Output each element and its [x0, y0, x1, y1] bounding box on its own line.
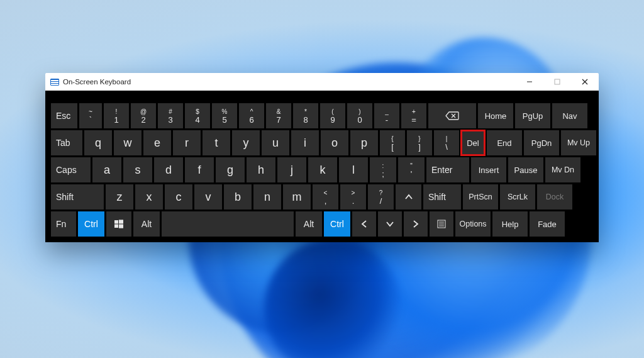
- key-comma[interactable]: <,: [313, 184, 338, 210]
- key-backspace[interactable]: [428, 103, 476, 128]
- key-l[interactable]: l: [339, 157, 368, 182]
- key-esc[interactable]: Esc: [51, 103, 77, 128]
- window-buttons: [516, 73, 599, 91]
- key-d[interactable]: d: [154, 157, 183, 182]
- key-help[interactable]: Help: [492, 211, 528, 237]
- key-period[interactable]: >.: [340, 184, 366, 210]
- key-w[interactable]: w: [114, 130, 142, 155]
- key-mv-up[interactable]: Mv Up: [561, 130, 596, 155]
- key-x[interactable]: x: [135, 184, 163, 210]
- key-right-ctrl[interactable]: Ctrl: [324, 211, 350, 237]
- key-end[interactable]: End: [487, 130, 522, 155]
- key-left-bracket[interactable]: {[: [380, 130, 405, 155]
- key-0[interactable]: )0: [347, 103, 372, 128]
- key-minus[interactable]: _-: [374, 103, 399, 128]
- key-h[interactable]: h: [247, 157, 275, 182]
- window-title: On-Screen Keyboard: [63, 78, 131, 86]
- key-del[interactable]: Del: [461, 130, 485, 155]
- key-e[interactable]: e: [143, 130, 171, 155]
- key-k[interactable]: k: [308, 157, 337, 182]
- key-2[interactable]: @2: [131, 103, 156, 128]
- key-pgup[interactable]: PgUp: [515, 103, 550, 128]
- key-left-alt[interactable]: Alt: [133, 211, 160, 237]
- key-fn[interactable]: Fn: [51, 211, 76, 237]
- key-context-menu[interactable]: [430, 211, 453, 237]
- key-8[interactable]: *8: [293, 103, 318, 128]
- key-v[interactable]: v: [194, 184, 222, 210]
- key-apostrophe[interactable]: "': [398, 157, 425, 182]
- key-1[interactable]: !1: [104, 103, 129, 128]
- key-right-shift[interactable]: Shift: [423, 184, 461, 210]
- chevron-up-icon: [404, 192, 414, 202]
- key-right-bracket[interactable]: }]: [407, 130, 432, 155]
- key-caps[interactable]: Caps: [51, 157, 91, 182]
- key-b[interactable]: b: [224, 184, 252, 210]
- key-nav[interactable]: Nav: [552, 103, 587, 128]
- key-arrow-up[interactable]: [396, 184, 421, 210]
- key-z[interactable]: z: [106, 184, 133, 210]
- key-fade[interactable]: Fade: [530, 211, 565, 237]
- key-g[interactable]: g: [216, 157, 245, 182]
- key-windows[interactable]: [106, 211, 131, 237]
- key-scrlk[interactable]: ScrLk: [500, 184, 535, 210]
- key-equals[interactable]: +=: [401, 103, 426, 128]
- windows-icon: [114, 220, 123, 228]
- key-y[interactable]: y: [232, 130, 260, 155]
- key-mv-dn[interactable]: Mv Dn: [545, 157, 580, 182]
- key-s[interactable]: s: [123, 157, 152, 182]
- key-dock[interactable]: Dock: [537, 184, 572, 210]
- key-arrow-left[interactable]: [352, 211, 376, 237]
- backspace-icon: [445, 111, 459, 120]
- key-options[interactable]: Options: [455, 211, 491, 237]
- key-arrow-right[interactable]: [404, 211, 428, 237]
- key-o[interactable]: o: [321, 130, 348, 155]
- key-prtscn[interactable]: PrtScn: [463, 184, 498, 210]
- key-enter[interactable]: Enter: [426, 157, 469, 182]
- key-r[interactable]: r: [173, 130, 201, 155]
- key-left-shift[interactable]: Shift: [51, 184, 104, 210]
- osk-window: On-Screen Keyboard Esc ~` !1 @2 #3 $4 %5…: [45, 73, 599, 242]
- minimize-button[interactable]: [516, 73, 543, 91]
- key-t[interactable]: t: [203, 130, 230, 155]
- menu-icon: [437, 220, 446, 228]
- maximize-button[interactable]: [543, 73, 571, 91]
- key-7[interactable]: &7: [266, 103, 291, 128]
- key-p[interactable]: p: [350, 130, 378, 155]
- key-semicolon[interactable]: :;: [370, 157, 396, 182]
- close-button[interactable]: [571, 73, 599, 91]
- key-u[interactable]: u: [262, 130, 289, 155]
- keyboard-app-icon: [50, 79, 59, 86]
- key-slash[interactable]: ?/: [368, 184, 394, 210]
- key-j[interactable]: j: [277, 157, 306, 182]
- key-5[interactable]: %5: [212, 103, 237, 128]
- svg-rect-7: [119, 220, 123, 223]
- key-arrow-down[interactable]: [378, 211, 402, 237]
- key-3[interactable]: #3: [158, 103, 183, 128]
- key-i[interactable]: i: [291, 130, 319, 155]
- key-6[interactable]: ^6: [239, 103, 264, 128]
- titlebar[interactable]: On-Screen Keyboard: [45, 73, 599, 91]
- key-row-5: Fn Ctrl Alt Alt Ctrl Options Help Fa: [51, 211, 593, 237]
- key-tab[interactable]: Tab: [51, 130, 82, 155]
- chevron-left-icon: [359, 219, 369, 229]
- key-row-3: Caps a s d f g h j k l :; "' Enter Inser…: [51, 157, 593, 182]
- key-f[interactable]: f: [185, 157, 214, 182]
- key-left-ctrl[interactable]: Ctrl: [78, 211, 104, 237]
- key-backtick[interactable]: ~`: [79, 103, 102, 128]
- key-c[interactable]: c: [165, 184, 192, 210]
- key-n[interactable]: n: [253, 184, 281, 210]
- key-4[interactable]: $4: [185, 103, 210, 128]
- key-9[interactable]: (9: [320, 103, 345, 128]
- key-row-4: Shift z x c v b n m <, >. ?/ Shift PrtSc…: [51, 184, 593, 210]
- key-q[interactable]: q: [84, 130, 112, 155]
- key-a[interactable]: a: [92, 157, 121, 182]
- key-m[interactable]: m: [283, 184, 311, 210]
- key-space[interactable]: [162, 211, 294, 237]
- key-right-alt[interactable]: Alt: [296, 211, 322, 237]
- key-pause[interactable]: Pause: [508, 157, 543, 182]
- key-insert[interactable]: Insert: [471, 157, 506, 182]
- key-home[interactable]: Home: [478, 103, 513, 128]
- key-backslash[interactable]: |\: [434, 130, 459, 155]
- svg-rect-6: [114, 220, 118, 224]
- key-pgdn[interactable]: PgDn: [524, 130, 559, 155]
